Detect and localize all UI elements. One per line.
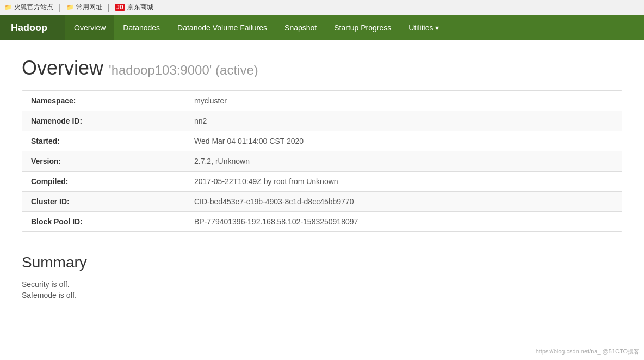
table-row: Namenode ID: nn2 [22, 111, 622, 131]
row-label: Version: [22, 151, 185, 172]
chevron-down-icon: ▾ [435, 23, 439, 32]
row-label: Block Pool ID: [22, 212, 185, 232]
jd-label: 京东商城 [127, 3, 153, 12]
row-label: Compiled: [22, 172, 185, 192]
row-value: BP-779401396-192.168.58.102-158325091809… [185, 212, 622, 232]
separator: | [59, 3, 61, 12]
row-label: Namenode ID: [22, 111, 185, 131]
nav-item-volume-failures[interactable]: Datanode Volume Failures [169, 15, 276, 40]
navbar: Hadoop Overview Datanodes Datanode Volum… [0, 15, 644, 40]
navbar-nav: Overview Datanodes Datanode Volume Failu… [65, 15, 448, 40]
summary-title: Summary [22, 254, 622, 271]
table-row: Compiled: 2017-05-22T10:49Z by root from… [22, 172, 622, 192]
main-content: Overview 'hadoop103:9000' (active) Names… [0, 40, 644, 318]
bookmark-label-2: 常用网址 [76, 3, 102, 12]
summary-line: Security is off. [22, 280, 622, 289]
info-table-wrapper: Namespace: mycluster Namenode ID: nn2 St… [22, 90, 622, 232]
jd-badge: JD [115, 4, 125, 11]
row-value: Wed Mar 04 01:14:00 CST 2020 [185, 131, 622, 151]
nav-link-startup-progress[interactable]: Startup Progress [325, 15, 400, 40]
nav-link-overview[interactable]: Overview [65, 15, 114, 40]
row-value: 2.7.2, rUnknown [185, 151, 622, 172]
row-label: Cluster ID: [22, 192, 185, 212]
row-label: Namespace: [22, 91, 185, 111]
navbar-brand[interactable]: Hadoop [0, 15, 65, 40]
brand-label: Hadoop [11, 22, 47, 34]
nav-item-overview[interactable]: Overview [65, 15, 114, 40]
bookmark-jd[interactable]: JD 京东商城 [115, 3, 153, 12]
table-row: Block Pool ID: BP-779401396-192.168.58.1… [22, 212, 622, 232]
nav-link-snapshot[interactable]: Snapshot [276, 15, 325, 40]
nav-item-snapshot[interactable]: Snapshot [276, 15, 325, 40]
overview-subtitle: 'hadoop103:9000' (active) [109, 63, 258, 77]
row-value: nn2 [185, 111, 622, 131]
summary-line: Safemode is off. [22, 291, 622, 300]
table-row: Version: 2.7.2, rUnknown [22, 151, 622, 172]
row-value: CID-bed453e7-c19b-4903-8c1d-d8cc45bb9770 [185, 192, 622, 212]
utilities-label: Utilities [408, 23, 433, 32]
browser-toolbar: 📁 火狐官方站点 | 📁 常用网址 | JD 京东商城 [0, 0, 644, 15]
separator-2: | [108, 3, 110, 12]
overview-title-text: Overview [22, 57, 103, 79]
table-row: Namespace: mycluster [22, 91, 622, 111]
row-value: mycluster [185, 91, 622, 111]
nav-item-startup-progress[interactable]: Startup Progress [325, 15, 400, 40]
nav-link-volume-failures[interactable]: Datanode Volume Failures [169, 15, 276, 40]
bookmark-label: 火狐官方站点 [14, 3, 53, 12]
folder-icon: 📁 [4, 4, 12, 11]
nav-link-utilities[interactable]: Utilities ▾ [400, 15, 448, 40]
table-row: Started: Wed Mar 04 01:14:00 CST 2020 [22, 131, 622, 151]
utilities-dropdown: Utilities ▾ [408, 23, 439, 32]
bookmark-firefox[interactable]: 📁 火狐官方站点 [4, 3, 53, 12]
table-row: Cluster ID: CID-bed453e7-c19b-4903-8c1d-… [22, 192, 622, 212]
row-label: Started: [22, 131, 185, 151]
bookmark-common[interactable]: 📁 常用网址 [66, 3, 102, 12]
nav-item-datanodes[interactable]: Datanodes [114, 15, 169, 40]
summary-title-text: Summary [22, 254, 87, 271]
nav-item-utilities[interactable]: Utilities ▾ [400, 15, 448, 40]
info-table: Namespace: mycluster Namenode ID: nn2 St… [22, 91, 622, 231]
row-value: 2017-05-22T10:49Z by root from Unknown [185, 172, 622, 192]
folder-icon-2: 📁 [66, 4, 74, 11]
nav-link-datanodes[interactable]: Datanodes [114, 15, 169, 40]
page-title: Overview 'hadoop103:9000' (active) [22, 57, 622, 80]
summary-lines: Security is off.Safemode is off. [22, 280, 622, 300]
